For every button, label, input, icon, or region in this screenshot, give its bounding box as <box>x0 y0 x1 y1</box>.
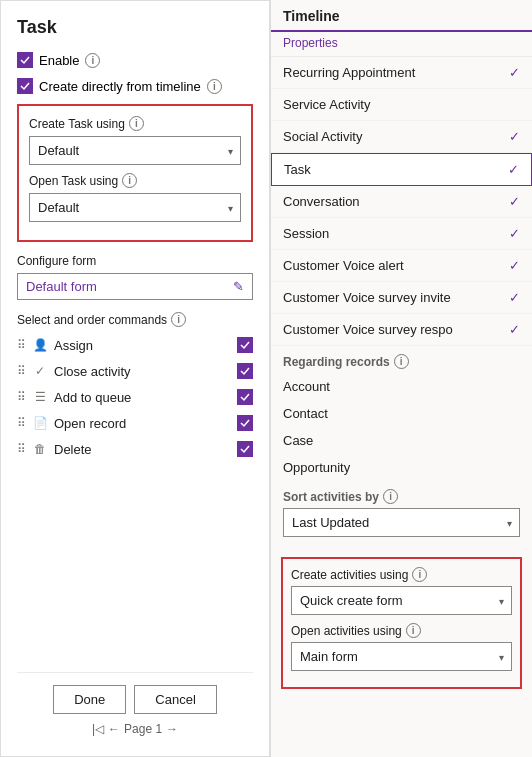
commands-label: Select and order commands <box>17 313 167 327</box>
activity-conversation-label: Conversation <box>283 194 360 209</box>
page-first-icon[interactable]: |◁ <box>92 722 104 736</box>
configure-form-section: Configure form Default form ✎ <box>17 254 253 300</box>
activity-cv-survey-response[interactable]: Customer Voice survey respo ✓ <box>271 314 532 346</box>
delete-label: Delete <box>54 442 231 457</box>
open-task-select[interactable]: Default Quick create form Main form <box>29 193 241 222</box>
create-task-label: Create Task using <box>29 117 125 131</box>
enable-label: Enable <box>39 53 79 68</box>
configure-form-value: Default form <box>26 279 227 294</box>
create-activities-select[interactable]: Quick create form Main form <box>291 586 512 615</box>
regarding-opportunity[interactable]: Opportunity <box>271 454 532 481</box>
activity-conversation-check: ✓ <box>509 194 520 209</box>
panel-title: Task <box>17 17 253 38</box>
activity-social-activity-label: Social Activity <box>283 129 362 144</box>
sort-select[interactable]: Last Updated Created On Due Date <box>283 508 520 537</box>
activity-cv-survey-invite-label: Customer Voice survey invite <box>283 290 451 305</box>
enable-checkbox[interactable] <box>17 52 33 68</box>
right-scrollable: Recurring Appointment ✓ Service Activity… <box>271 57 532 757</box>
activity-recurring-appointment-check: ✓ <box>509 65 520 80</box>
open-task-dropdown-wrapper: Default Quick create form Main form ▾ <box>29 193 241 222</box>
activity-session-label: Session <box>283 226 329 241</box>
drag-handle-delete[interactable]: ⠿ <box>17 442 26 456</box>
activity-recurring-appointment-label: Recurring Appointment <box>283 65 415 80</box>
doc-icon: 📄 <box>32 416 48 430</box>
close-activity-checkbox[interactable] <box>237 363 253 379</box>
sort-info-icon[interactable]: i <box>383 489 398 504</box>
drag-handle-assign[interactable]: ⠿ <box>17 338 26 352</box>
enable-row: Enable i <box>17 52 253 68</box>
regarding-info-icon[interactable]: i <box>394 354 409 369</box>
activity-session-check: ✓ <box>509 226 520 241</box>
regarding-case[interactable]: Case <box>271 427 532 454</box>
page-label: Page 1 <box>124 722 162 736</box>
activity-service-activity-label: Service Activity <box>283 97 370 112</box>
enable-info-icon[interactable]: i <box>85 53 100 68</box>
right-header: Timeline <box>271 0 532 32</box>
activity-cv-survey-response-label: Customer Voice survey respo <box>283 322 453 337</box>
page-next-icon[interactable]: → <box>166 722 178 736</box>
create-timeline-info-icon[interactable]: i <box>207 79 222 94</box>
edit-icon[interactable]: ✎ <box>233 279 244 294</box>
configure-form-label-row: Configure form <box>17 254 253 268</box>
create-timeline-row: Create directly from timeline i <box>17 78 253 94</box>
activity-cv-alert-label: Customer Voice alert <box>283 258 404 273</box>
command-delete: ⠿ 🗑 Delete <box>17 436 253 462</box>
assign-checkbox[interactable] <box>237 337 253 353</box>
add-to-queue-label: Add to queue <box>54 390 231 405</box>
activity-task-check: ✓ <box>508 162 519 177</box>
add-to-queue-checkbox[interactable] <box>237 389 253 405</box>
activity-cv-alert-check: ✓ <box>509 258 520 273</box>
done-button[interactable]: Done <box>53 685 126 714</box>
open-activities-label-row: Open activities using i <box>291 623 512 638</box>
activity-session[interactable]: Session ✓ <box>271 218 532 250</box>
command-close-activity: ⠿ ✓ Close activity <box>17 358 253 384</box>
regarding-case-label: Case <box>283 433 313 448</box>
create-task-info-icon[interactable]: i <box>129 116 144 131</box>
commands-label-row: Select and order commands i <box>17 312 253 327</box>
open-activities-select[interactable]: Main form Quick create form <box>291 642 512 671</box>
activity-recurring-appointment[interactable]: Recurring Appointment ✓ <box>271 57 532 89</box>
create-activities-info-icon[interactable]: i <box>412 567 427 582</box>
create-activities-label: Create activities using <box>291 568 408 582</box>
activity-task[interactable]: Task ✓ <box>271 153 532 186</box>
activity-social-activity-check: ✓ <box>509 129 520 144</box>
open-activities-info-icon[interactable]: i <box>406 623 421 638</box>
open-record-checkbox[interactable] <box>237 415 253 431</box>
assign-label: Assign <box>54 338 231 353</box>
activity-cv-survey-invite[interactable]: Customer Voice survey invite ✓ <box>271 282 532 314</box>
pagination-row: |◁ ← Page 1 → <box>17 714 253 740</box>
create-task-dropdown-wrapper: Default Quick create form Main form ▾ <box>29 136 241 165</box>
create-activities-label-row: Create activities using i <box>291 567 512 582</box>
right-subheader: Properties <box>271 32 532 57</box>
create-open-activities-section: Create activities using i Quick create f… <box>281 557 522 689</box>
left-panel: Task Enable i Create directly from timel… <box>0 0 270 757</box>
commands-info-icon[interactable]: i <box>171 312 186 327</box>
list-icon: ☰ <box>32 390 48 404</box>
open-task-label-row: Open Task using i <box>29 173 241 188</box>
regarding-contact[interactable]: Contact <box>271 400 532 427</box>
sort-section: Sort activities by i Last Updated Create… <box>271 481 532 549</box>
activity-cv-alert[interactable]: Customer Voice alert ✓ <box>271 250 532 282</box>
create-activities-dropdown-wrapper: Quick create form Main form ▾ <box>291 586 512 615</box>
regarding-header: Regarding records i <box>271 346 532 373</box>
create-task-select[interactable]: Default Quick create form Main form <box>29 136 241 165</box>
drag-handle-queue[interactable]: ⠿ <box>17 390 26 404</box>
activity-service-activity[interactable]: Service Activity <box>271 89 532 121</box>
configure-form-input-row: Default form ✎ <box>17 273 253 300</box>
drag-handle-open[interactable]: ⠿ <box>17 416 26 430</box>
activity-task-label: Task <box>284 162 311 177</box>
cancel-button[interactable]: Cancel <box>134 685 216 714</box>
right-panel: Timeline Properties Recurring Appointmen… <box>270 0 532 757</box>
activity-conversation[interactable]: Conversation ✓ <box>271 186 532 218</box>
page-prev-icon[interactable]: ← <box>108 722 120 736</box>
check-icon: ✓ <box>32 364 48 378</box>
create-timeline-checkbox[interactable] <box>17 78 33 94</box>
open-task-info-icon[interactable]: i <box>122 173 137 188</box>
regarding-account-label: Account <box>283 379 330 394</box>
delete-checkbox[interactable] <box>237 441 253 457</box>
regarding-account[interactable]: Account <box>271 373 532 400</box>
person-icon: 👤 <box>32 338 48 352</box>
activity-social-activity[interactable]: Social Activity ✓ <box>271 121 532 153</box>
create-task-label-row: Create Task using i <box>29 116 241 131</box>
drag-handle-close[interactable]: ⠿ <box>17 364 26 378</box>
